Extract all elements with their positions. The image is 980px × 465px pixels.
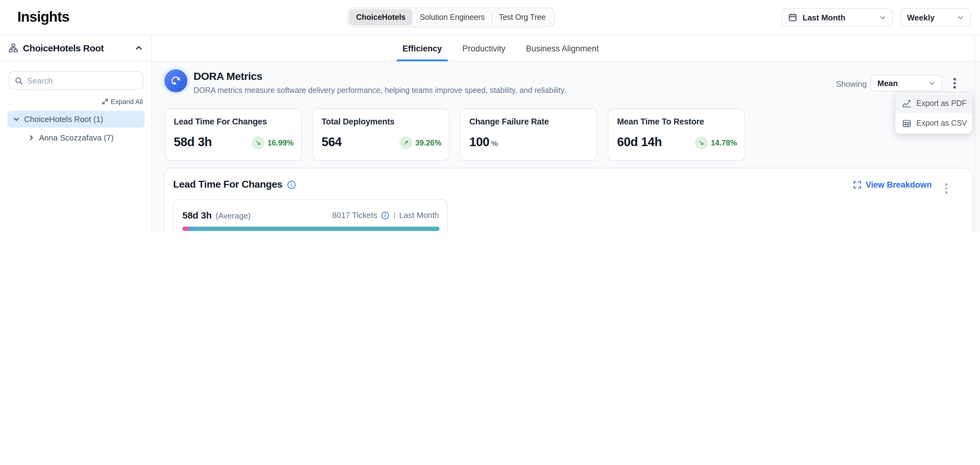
sidebar-header: ChoiceHotels Root xyxy=(0,35,151,61)
metric-cards-row: Lead Time For Changes58d 3h↘16.99%Total … xyxy=(164,109,745,161)
phase-progress-bar xyxy=(182,227,440,231)
search-input[interactable] xyxy=(27,76,137,85)
tab-productivity[interactable]: Productivity xyxy=(459,35,509,61)
org-tree: ChoiceHotels Root (1)Anna Scozzafava (7) xyxy=(8,111,145,148)
progress-segment-planning xyxy=(182,227,189,231)
expand-all-button[interactable]: Expand All xyxy=(102,98,143,105)
top-bar: Insights ChoiceHotelsSolution EngineersT… xyxy=(0,0,980,35)
sidebar-root-label: ChoiceHotels Root xyxy=(23,43,104,53)
metric-card-change-failure-rate: Change Failure Rate100% xyxy=(460,109,597,161)
info-icon[interactable] xyxy=(381,211,390,219)
org-tab-test-org-tree[interactable]: Test Org Tree xyxy=(492,9,552,26)
metric-value-text: 564 xyxy=(321,135,342,149)
metric-value-text: 58d 3h xyxy=(174,135,212,149)
view-breakdown-button[interactable]: View Breakdown xyxy=(853,180,932,190)
scrollbar-track[interactable] xyxy=(974,35,975,232)
metric-card-mean-time-to-restore: Mean Time To Restore60d 14h↘14.78% xyxy=(608,109,745,161)
org-chart-icon xyxy=(9,43,18,53)
trend-up-icon: ↗ xyxy=(399,136,412,149)
showing-mean-select[interactable]: Mean xyxy=(870,75,942,92)
metric-card-title: Total Deployments xyxy=(321,117,440,126)
expand-diagonal-icon xyxy=(102,99,108,105)
average-summary-box: 58d 3h (Average) 8017 Tickets | Last Mon… xyxy=(173,200,448,232)
metric-card-value: 564 xyxy=(321,135,342,149)
chevron-up-icon[interactable] xyxy=(135,44,143,52)
average-value: 58d 3h xyxy=(182,210,212,221)
average-suffix: (Average) xyxy=(215,211,251,221)
page-title: Insights xyxy=(18,9,69,26)
lead-time-section: Lead Time For Changes View Breakdown xyxy=(164,168,972,232)
trend-down-icon: ↘ xyxy=(695,136,708,149)
dora-kebab-menu-button[interactable] xyxy=(951,75,958,91)
table-icon xyxy=(902,118,912,128)
search-box xyxy=(9,71,143,90)
menu-item-export-as-csv[interactable]: Export as CSV xyxy=(895,113,972,133)
info-icon[interactable] xyxy=(287,180,296,189)
tab-efficiency[interactable]: Efficiency xyxy=(399,35,446,61)
lead-time-kebab-menu-button[interactable] xyxy=(943,181,950,196)
showing-label: Showing xyxy=(836,79,867,88)
trend-down-icon: ↘ xyxy=(251,136,264,149)
trend-percent: 39.26% xyxy=(415,138,441,147)
tabs-row: EfficiencyProductivityBusiness Alignment xyxy=(399,35,603,61)
granularity-select[interactable]: Weekly xyxy=(900,8,971,27)
metric-card-lead-time-for-changes: Lead Time For Changes58d 3h↘16.99% xyxy=(164,109,302,161)
view-breakdown-label: View Breakdown xyxy=(865,180,932,190)
divider: | xyxy=(393,211,396,220)
metric-card-total-deployments: Total Deployments564↗39.26% xyxy=(312,109,450,161)
dora-metrics-subtitle: DORA metrics measure software delivery p… xyxy=(194,86,566,95)
tree-node-label: ChoiceHotels Root (1) xyxy=(24,115,103,124)
main-content: DORA Metrics DORA metrics measure softwa… xyxy=(152,61,980,232)
calendar-icon xyxy=(788,13,797,22)
tree-node[interactable]: ChoiceHotels Root (1) xyxy=(8,111,145,128)
org-tab-solution-engineers[interactable]: Solution Engineers xyxy=(413,9,492,26)
search-icon xyxy=(15,77,23,85)
showing-mean-value: Mean xyxy=(877,78,898,88)
org-tab-choicehotels[interactable]: ChoiceHotels xyxy=(349,9,412,26)
lead-time-title: Lead Time For Changes xyxy=(173,179,283,190)
metric-card-value: 58d 3h xyxy=(174,135,212,149)
menu-item-label: Export as CSV xyxy=(916,119,967,128)
tree-node[interactable]: Anna Scozzafava (7) xyxy=(22,129,145,146)
trend-badge: ↗39.26% xyxy=(399,136,441,149)
menu-item-export-as-pdf[interactable]: Export as PDF xyxy=(895,94,972,113)
chevron-down-icon[interactable] xyxy=(13,116,20,123)
main-tab-bar: EfficiencyProductivityBusiness Alignment xyxy=(152,35,980,61)
granularity-value: Weekly xyxy=(907,13,935,22)
tickets-row: 8017 Tickets | Last Month xyxy=(332,211,439,220)
metric-card-title: Mean Time To Restore xyxy=(617,117,736,126)
progress-segment-review xyxy=(189,227,195,231)
date-range-select[interactable]: Last Month xyxy=(781,8,893,27)
expand-corners-icon xyxy=(853,181,861,189)
chevron-down-icon xyxy=(879,14,886,21)
chart-line-plus-icon xyxy=(902,99,912,108)
metric-card-value: 100% xyxy=(469,135,498,149)
expand-all-label: Expand All xyxy=(111,98,143,105)
org-switcher: ChoiceHotelsSolution EngineersTest Org T… xyxy=(347,8,554,27)
trend-percent: 16.99% xyxy=(267,138,294,147)
tree-node-label: Anna Scozzafava (7) xyxy=(39,133,113,142)
period-label: Last Month xyxy=(399,211,439,220)
metric-card-value: 60d 14h xyxy=(617,135,662,149)
chevron-down-icon xyxy=(929,80,935,87)
tickets-count: 8017 Tickets xyxy=(332,211,377,220)
metric-value-unit: % xyxy=(491,139,498,148)
lead-time-title-row: Lead Time For Changes xyxy=(173,179,296,190)
metric-value-text: 60d 14h xyxy=(617,135,662,149)
date-range-value: Last Month xyxy=(803,13,846,22)
chevron-down-icon xyxy=(957,14,964,21)
metric-value-text: 100 xyxy=(469,135,489,149)
export-menu: Export as PDFExport as CSV xyxy=(895,93,972,134)
dora-cycle-icon xyxy=(164,69,187,92)
chevron-right-icon[interactable] xyxy=(28,134,35,141)
progress-segment-deployment xyxy=(195,227,440,231)
trend-badge: ↘16.99% xyxy=(251,136,294,149)
metric-card-title: Lead Time For Changes xyxy=(174,117,293,126)
trend-percent: 14.78% xyxy=(711,138,737,147)
tab-business-alignment[interactable]: Business Alignment xyxy=(522,35,603,61)
insights-page: Insights ChoiceHotelsSolution EngineersT… xyxy=(0,0,980,232)
metric-card-title: Change Failure Rate xyxy=(469,117,588,126)
dora-metrics-title: DORA Metrics xyxy=(194,70,262,83)
menu-item-label: Export as PDF xyxy=(916,99,967,108)
trend-badge: ↘14.78% xyxy=(695,136,737,149)
